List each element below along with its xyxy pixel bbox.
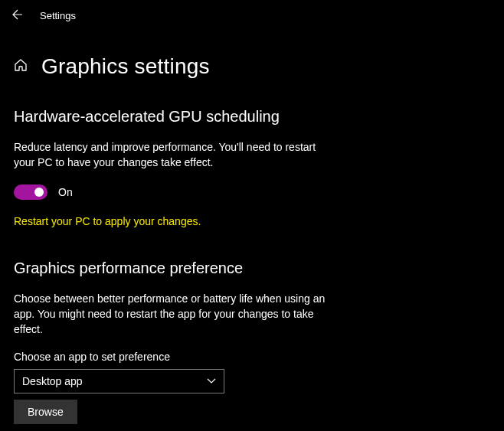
home-icon[interactable] [14,58,28,76]
header-title: Settings [40,10,76,21]
browse-button[interactable]: Browse [14,400,77,424]
chevron-down-icon [207,377,216,386]
gpu-scheduling-heading: Hardware-accelerated GPU scheduling [14,108,490,126]
performance-pref-description: Choose between better performance or bat… [14,291,335,338]
gpu-scheduling-description: Reduce latency and improve performance. … [14,139,335,171]
select-value: Desktop app [22,375,83,387]
back-button[interactable] [9,6,26,25]
app-select-label: Choose an app to set preference [14,351,490,363]
app-type-select[interactable]: Desktop app [14,369,224,393]
toggle-knob [34,188,44,197]
gpu-scheduling-toggle[interactable] [14,184,47,200]
restart-warning: Restart your PC to apply your changes. [14,215,490,227]
performance-pref-heading: Graphics performance preference [14,260,490,277]
page-title: Graphics settings [41,54,210,79]
toggle-state-label: On [58,186,73,198]
